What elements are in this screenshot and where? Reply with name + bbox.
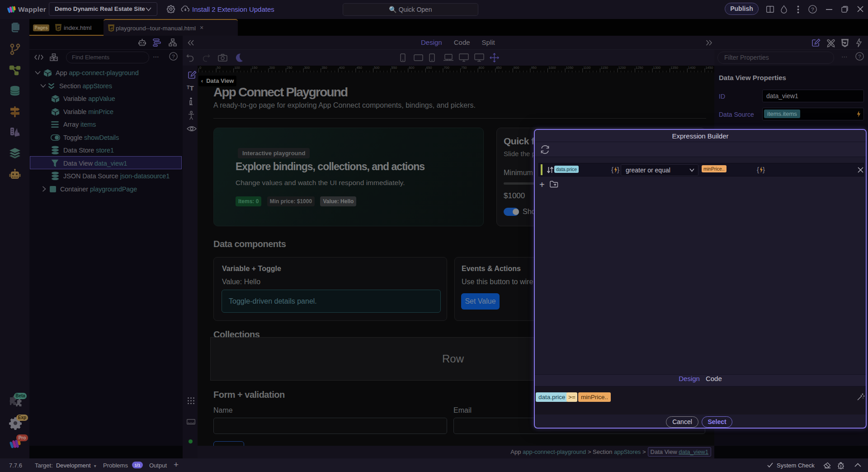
svg-text:}: } [763, 166, 765, 173]
svg-text:{: { [757, 166, 759, 173]
svg-text:?: ? [811, 7, 814, 12]
svg-text:{: { [611, 166, 613, 173]
svg-text:}: } [617, 166, 619, 173]
